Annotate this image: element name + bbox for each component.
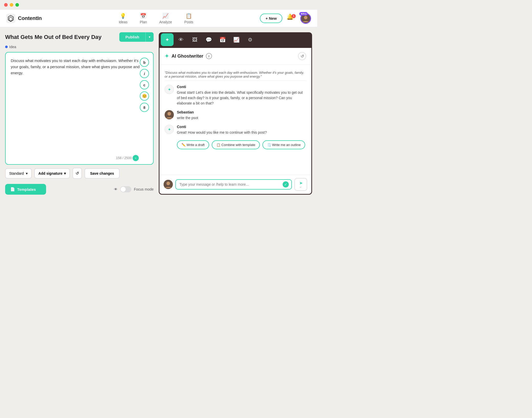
- ai-back-button[interactable]: ↺: [298, 52, 306, 60]
- eye-tab-icon: 👁: [178, 37, 184, 43]
- notification-badge: 1: [292, 14, 296, 18]
- post-header: What Gets Me Out of Bed Every Day Publis…: [5, 32, 154, 42]
- message-content-ai-1: Conti Great start! Let's dive into the d…: [177, 85, 306, 106]
- ai-tab-settings[interactable]: ⚙: [244, 33, 257, 46]
- message-ai-1: ✦ Conti Great start! Let's dive into the…: [165, 85, 306, 106]
- chat-input-avatar: [164, 180, 173, 189]
- save-changes-button[interactable]: Save changes: [84, 168, 120, 179]
- nav-label-plan: Plan: [140, 20, 147, 24]
- ai-avatar-icon-2: ✦: [168, 127, 171, 132]
- format-select[interactable]: Standard ▾: [5, 168, 32, 179]
- ai-tab-analytics[interactable]: 📈: [230, 33, 243, 46]
- eye-icon: 👁: [114, 187, 118, 191]
- ai-avatar-icon: ✦: [168, 87, 171, 92]
- bold-button[interactable]: b: [140, 58, 149, 67]
- nav-item-plan[interactable]: 📅 Plan: [140, 13, 147, 24]
- message-text-ai-2: Great! How would you like me to continue…: [177, 130, 306, 135]
- templates-label: Templates: [17, 187, 36, 192]
- add-signature-label: Add signature: [38, 171, 62, 175]
- nav-item-ideas[interactable]: 💡 Ideas: [119, 13, 127, 24]
- chat-confirm-button[interactable]: ✓: [283, 181, 289, 187]
- post-title: What Gets Me Out of Bed Every Day: [5, 34, 102, 40]
- focus-mode-toggle[interactable]: [120, 186, 131, 192]
- idea-label: Idea: [5, 45, 154, 49]
- combine-template-label: 📋 Combine with template: [216, 143, 255, 147]
- bottom-row: 📄 Templates 👁 Focus mode: [5, 184, 154, 195]
- publish-button[interactable]: Publish: [119, 32, 145, 42]
- analytics-icon: 📈: [233, 37, 240, 43]
- message-sender-ai-1: Conti: [177, 85, 306, 89]
- new-button[interactable]: + New: [260, 14, 282, 23]
- analyze-icon: 📈: [162, 13, 169, 19]
- message-content-ai-2: Conti Great! How would you like me to co…: [177, 125, 306, 135]
- editor-bottom-bar: Standard ▾ Add signature ▾ ↺ Save change…: [5, 168, 154, 179]
- quoted-text: "Discuss what motivates you to start eac…: [165, 69, 306, 81]
- chat-icon: 💬: [206, 37, 212, 43]
- message-sender-user-1: Sebastian: [177, 110, 306, 114]
- chat-avatar-img: [164, 180, 173, 189]
- editor-content[interactable]: Discuss what motivates you to start each…: [11, 58, 140, 159]
- publish-dropdown-button[interactable]: ▾: [145, 32, 154, 42]
- notifications-button[interactable]: 🔔 1: [286, 14, 296, 23]
- posts-icon: 📋: [186, 13, 192, 19]
- editor-area[interactable]: Discuss what motivates you to start each…: [5, 52, 154, 165]
- add-signature-chevron-icon: ▾: [64, 171, 66, 175]
- ai-header: ✦ AI Ghostwriter i ↺: [159, 48, 311, 65]
- combine-template-button[interactable]: 📋 Combine with template: [212, 140, 260, 149]
- nav-label-ideas: Ideas: [119, 20, 127, 24]
- message-content-user-1: Sebastian write the psot: [177, 110, 306, 121]
- publish-button-group: Publish ▾: [119, 32, 154, 42]
- svg-point-6: [166, 182, 170, 185]
- ai-panel: ✦ 👁 🖼 💬 📅 📈 ⚙ ✦: [159, 32, 312, 195]
- plan-icon: 📅: [140, 13, 146, 19]
- ai-tab-image[interactable]: 🖼: [188, 33, 201, 46]
- ai-avatar-1: ✦: [165, 85, 174, 94]
- ai-toolbar: ✦ 👁 🖼 💬 📅 📈 ⚙: [159, 32, 312, 47]
- ai-tab-chat[interactable]: 💬: [202, 33, 215, 46]
- gear-icon: ⚙: [248, 37, 252, 43]
- message-text-ai-1: Great start! Let's dive into the details…: [177, 90, 306, 106]
- idea-dot: [5, 46, 8, 48]
- ai-body: ✦ AI Ghostwriter i ↺ "Discuss what motiv…: [159, 47, 312, 195]
- chat-input-wrapper: ✓: [175, 179, 292, 190]
- send-button[interactable]: ➤ ↵: [294, 178, 307, 191]
- history-button[interactable]: ↺: [72, 168, 82, 179]
- maximize-dot[interactable]: [15, 3, 19, 7]
- minimize-dot[interactable]: [10, 3, 13, 7]
- italic-button[interactable]: i: [140, 69, 149, 78]
- templates-button[interactable]: 📄 Templates: [5, 184, 46, 195]
- close-dot[interactable]: [4, 3, 8, 7]
- chat-input[interactable]: [179, 182, 281, 186]
- back-icon: ↺: [301, 54, 304, 59]
- focus-mode-label: Focus mode: [134, 187, 154, 191]
- ai-title: ✦ AI Ghostwriter i: [165, 53, 212, 59]
- logo-text: ContentIn: [18, 15, 42, 21]
- write-outline-label: 🗒️ Write me an outline: [267, 143, 301, 147]
- calendar-icon: 📅: [219, 37, 226, 43]
- emoji-button[interactable]: 😊: [140, 91, 149, 101]
- logo-icon: [6, 14, 15, 23]
- message-ai-2: ✦ Conti Great! How would you like me to …: [165, 125, 306, 135]
- write-outline-button[interactable]: 🗒️ Write me an outline: [262, 140, 305, 149]
- ideas-icon: 💡: [120, 13, 126, 19]
- ai-tab-eye[interactable]: 👁: [175, 33, 187, 46]
- nav-item-posts[interactable]: 📋 Posts: [184, 13, 193, 24]
- nav-item-analyze[interactable]: 📈 Analyze: [159, 13, 172, 24]
- write-draft-button[interactable]: ✏️ Write a draft: [177, 140, 209, 149]
- image-icon: 🖼: [192, 37, 197, 43]
- top-navigation: ContentIn 💡 Ideas 📅 Plan 📈 Analyze 📋 Pos…: [0, 10, 317, 27]
- format-label: Standard: [9, 171, 24, 175]
- send-shortcut: ↵: [300, 186, 302, 189]
- nav-right: + New 🔔 1 ★Pro: [260, 13, 311, 24]
- code-button[interactable]: c: [140, 80, 149, 89]
- message-text-user-1: write the psot: [177, 115, 306, 121]
- ai-info-button[interactable]: i: [206, 53, 212, 59]
- add-signature-button[interactable]: Add signature ▾: [34, 168, 70, 179]
- toggle-knob: [121, 187, 126, 192]
- ai-tab-calendar[interactable]: 📅: [216, 33, 229, 46]
- chat-area: "Discuss what motivates you to start eac…: [159, 65, 311, 175]
- message-user-1: Sebastian write the psot: [165, 110, 306, 121]
- nav-label-posts: Posts: [184, 20, 193, 24]
- ai-tab-sparkle[interactable]: ✦: [161, 33, 174, 46]
- more-button[interactable]: 8: [140, 103, 149, 112]
